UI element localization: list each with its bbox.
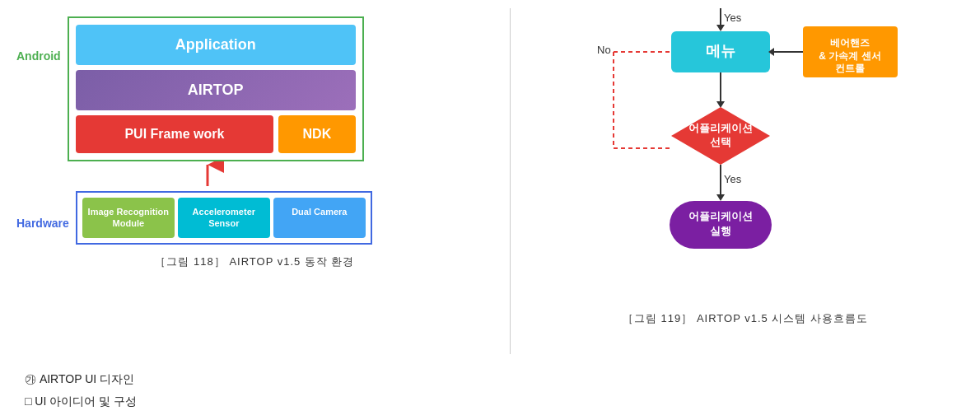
architecture-diagram: Android Application AIRTOP PUI Frame wor… bbox=[16, 16, 493, 245]
hardware-boxes: Image RecognitionModule AccelerometerSen… bbox=[76, 191, 372, 245]
svg-text:실행: 실행 bbox=[710, 225, 731, 237]
svg-text:Yes: Yes bbox=[724, 12, 742, 24]
pui-row: PUI Frame work NDK bbox=[76, 115, 356, 153]
svg-text:No: No bbox=[597, 44, 611, 56]
dual-camera-box: Dual Camera bbox=[273, 198, 366, 238]
right-panel: Yes 메뉴 베어핸즈 & 가속계 센서 컨트롤 No 어플리 bbox=[511, 8, 980, 354]
left-caption: ［그림 118］ AIRTOP v1.5 동작 환경 bbox=[16, 254, 493, 269]
svg-text:& 가속계 센서: & 가속계 센서 bbox=[819, 50, 880, 62]
svg-marker-17 bbox=[716, 101, 725, 108]
ndk-box: NDK bbox=[278, 115, 356, 153]
bottom-item-2: □ UI 아이디어 및 구성 bbox=[25, 391, 955, 412]
arrow-up-svg bbox=[191, 161, 224, 188]
accelerometer-box: AccelerometerSensor bbox=[178, 198, 270, 238]
right-caption: ［그림 119］ AIRTOP v1.5 시스템 사용흐름도 bbox=[527, 311, 964, 326]
svg-marker-2 bbox=[716, 25, 725, 31]
main-content: Android Application AIRTOP PUI Frame wor… bbox=[0, 0, 980, 362]
application-box: Application bbox=[76, 25, 356, 65]
hardware-label: Hardware bbox=[16, 217, 69, 230]
svg-text:선택: 선택 bbox=[710, 136, 731, 148]
pui-box: PUI Frame work bbox=[76, 115, 274, 153]
android-section: Android Application AIRTOP PUI Frame wor… bbox=[16, 16, 364, 161]
svg-text:베어핸즈: 베어핸즈 bbox=[830, 37, 870, 49]
svg-text:컨트롤: 컨트롤 bbox=[835, 63, 865, 74]
svg-text:Yes: Yes bbox=[724, 173, 742, 185]
img-recognition-box: Image RecognitionModule bbox=[82, 198, 175, 238]
svg-text:어플리케이션: 어플리케이션 bbox=[688, 122, 753, 134]
svg-marker-23 bbox=[716, 194, 725, 201]
flowchart-svg: Yes 메뉴 베어핸즈 & 가속계 센서 컨트롤 No 어플리 bbox=[548, 8, 943, 305]
arrow-up-container bbox=[43, 161, 372, 188]
bottom-text-section: ㉮ AIRTOP UI 디자인 □ UI 아이디어 및 구성 bbox=[0, 362, 980, 420]
hardware-section: Hardware Image RecognitionModule Acceler… bbox=[16, 191, 372, 245]
android-label: Android bbox=[16, 49, 61, 63]
airtop-box: AIRTOP bbox=[76, 70, 356, 110]
left-panel: Android Application AIRTOP PUI Frame wor… bbox=[0, 8, 511, 354]
bottom-item-1: ㉮ AIRTOP UI 디자인 bbox=[25, 369, 955, 390]
svg-text:메뉴: 메뉴 bbox=[706, 43, 735, 59]
svg-text:어플리케이션: 어플리케이션 bbox=[688, 210, 753, 222]
